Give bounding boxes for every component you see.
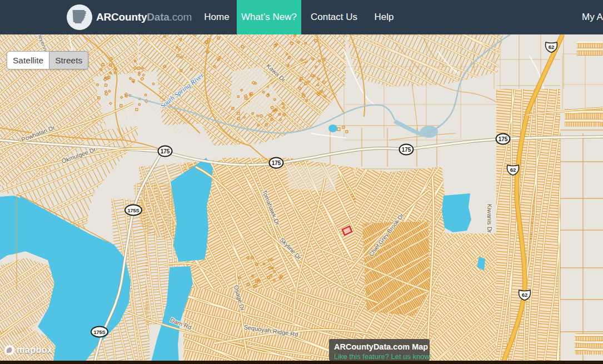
svg-text:175S: 175S xyxy=(127,208,139,213)
svg-text:175: 175 xyxy=(272,160,281,166)
svg-text:62: 62 xyxy=(549,44,555,50)
svg-text:Kiwanis Dr: Kiwanis Dr xyxy=(486,204,493,233)
svg-text:62: 62 xyxy=(510,167,516,173)
svg-text:62: 62 xyxy=(522,292,528,298)
svg-text:175: 175 xyxy=(161,148,170,154)
svg-text:175: 175 xyxy=(402,147,411,153)
svg-text:175: 175 xyxy=(499,136,508,142)
svg-text:175S: 175S xyxy=(93,330,105,335)
